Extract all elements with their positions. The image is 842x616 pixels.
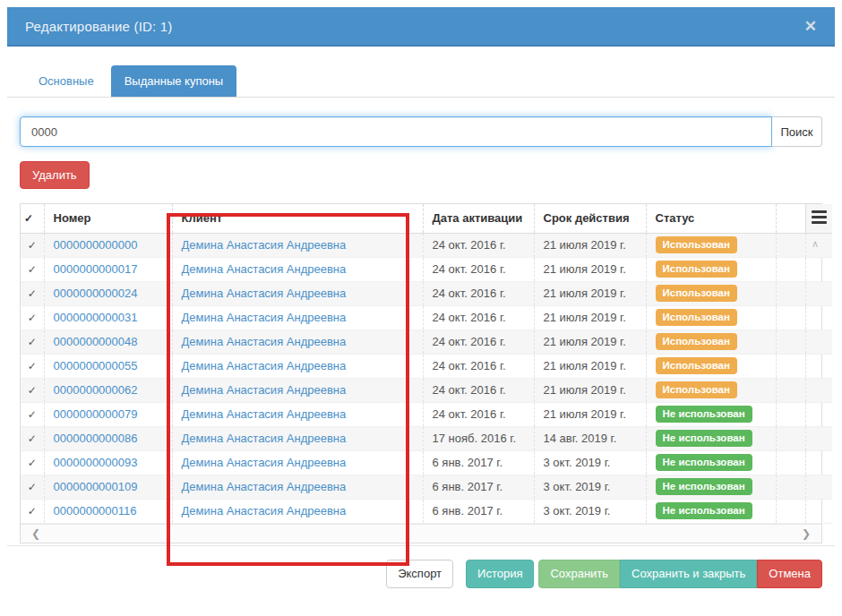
coupon-number-link[interactable]: 0000000000079 [54,407,138,421]
row-check-icon[interactable]: ✓ [21,426,44,450]
status-badge: Не использован [656,478,752,496]
spare-cell [776,450,805,475]
row-check-icon[interactable]: ✓ [21,499,44,523]
coupon-number-link[interactable]: 0000000000086 [54,432,138,445]
spare-cell [776,402,805,426]
row-check-icon[interactable]: ✓ [21,378,44,402]
client-link[interactable]: Демина Анастасия Андреевна [182,456,347,469]
client-link[interactable]: Демина Анастасия Андреевна [182,311,347,324]
status-badge: Использован [656,285,737,303]
save-and-close-button[interactable]: Сохранить и закрыть [620,560,757,588]
client-link[interactable]: Демина Анастасия Андреевна [182,238,347,252]
coupon-number-link[interactable]: 0000000000109 [54,480,138,493]
table-row: ✓ 0000000000079 Демина Анастасия Андреев… [21,402,832,426]
search-button[interactable]: Поиск [772,116,822,147]
scroll-gutter-cell [805,305,832,329]
row-check-icon[interactable]: ✓ [21,329,44,354]
scroll-gutter-cell [805,378,832,402]
client-link[interactable]: Демина Анастасия Андреевна [182,262,347,276]
status-badge: Использован [656,261,737,278]
spare-cell [776,281,805,305]
cancel-button[interactable]: Отмена [757,560,822,588]
spare-cell [776,329,805,354]
scroll-gutter-cell [805,257,832,281]
validity-date: 14 авг. 2019 г. [534,426,646,450]
row-check-icon[interactable]: ✓ [21,257,44,281]
spare-cell [776,257,805,281]
client-link[interactable]: Демина Анастасия Андреевна [182,359,347,372]
scroll-gutter-cell [805,475,832,499]
row-check-icon[interactable]: ✓ [21,475,44,499]
row-check-icon[interactable]: ✓ [21,305,44,329]
activation-date: 24 окт. 2016 г. [423,257,534,281]
column-menu-button[interactable] [805,204,832,233]
row-check-icon[interactable]: ✓ [21,233,44,257]
search-input[interactable] [20,116,772,147]
save-button-group: Сохранить Сохранить и закрыть Отмена [538,560,822,588]
scroll-up-icon[interactable]: ∧ [812,238,819,250]
tab-bar: Основные Выданные купоны [7,65,835,98]
spare-cell [776,499,805,523]
spare-cell [776,305,805,329]
row-check-icon[interactable]: ✓ [21,402,44,426]
client-link[interactable]: Демина Анастасия Андреевна [182,504,347,518]
history-button[interactable]: История [466,560,534,588]
client-link[interactable]: Демина Анастасия Андреевна [182,432,347,445]
column-header-number[interactable]: Номер [44,204,172,233]
select-all-check-icon[interactable]: ✓ [21,204,44,233]
horizontal-scrollbar[interactable]: ❮ ❯ [21,524,821,543]
column-header-validity[interactable]: Срок действия [534,204,646,233]
table-row: ✓ 0000000000093 Демина Анастасия Андреев… [21,450,832,475]
client-link[interactable]: Демина Анастасия Андреевна [182,480,347,493]
save-button[interactable]: Сохранить [538,560,620,588]
activation-date: 24 окт. 2016 г. [423,329,534,354]
activation-date: 24 окт. 2016 г. [423,233,534,257]
coupon-number-link[interactable]: 0000000000017 [54,262,138,276]
client-link[interactable]: Демина Анастасия Андреевна [182,335,347,348]
column-header-activation[interactable]: Дата активации [423,204,534,233]
activation-date: 24 окт. 2016 г. [423,354,534,378]
tab-main[interactable]: Основные [25,65,107,97]
client-link[interactable]: Демина Анастасия Андреевна [182,287,347,300]
status-badge: Использован [656,333,737,351]
coupon-number-link[interactable]: 0000000000031 [54,311,138,324]
table-row: ✓ 0000000000109 Демина Анастасия Андреев… [21,475,832,499]
close-icon[interactable]: ✕ [804,19,817,34]
validity-date: 3 окт. 2019 г. [534,450,646,475]
activation-date: 24 окт. 2016 г. [423,378,534,402]
status-badge: Использован [656,357,737,375]
column-header-status[interactable]: Статус [646,204,776,233]
row-check-icon[interactable]: ✓ [21,450,44,475]
client-link[interactable]: Демина Анастасия Андреевна [182,407,347,421]
coupon-number-link[interactable]: 0000000000093 [54,456,138,469]
spare-cell [776,378,805,402]
coupon-number-link[interactable]: 0000000000062 [54,383,138,397]
column-header-client[interactable]: Клиент [172,204,423,233]
delete-button[interactable]: Удалить [20,161,90,189]
coupon-number-link[interactable]: 0000000000116 [54,504,137,518]
client-link[interactable]: Демина Анастасия Андреевна [182,383,347,397]
scroll-left-icon[interactable]: ❮ [31,527,40,540]
coupon-number-link[interactable]: 0000000000048 [54,335,138,348]
validity-date: 3 окт. 2019 г. [534,475,646,499]
export-button[interactable]: Экспорт [386,560,453,588]
spare-cell [776,475,805,499]
coupon-number-link[interactable]: 0000000000024 [54,287,138,300]
coupon-number-link[interactable]: 0000000000055 [54,359,138,372]
table-row: ✓ 0000000000062 Демина Анастасия Андреев… [21,378,832,402]
row-check-icon[interactable]: ✓ [21,281,44,305]
scroll-gutter-cell [805,233,832,257]
scroll-gutter-cell [805,402,832,426]
scroll-right-icon[interactable]: ❯ [802,527,811,540]
spare-cell [776,354,805,378]
row-check-icon[interactable]: ✓ [21,354,44,378]
coupon-number-link[interactable]: 0000000000000 [54,238,138,252]
tab-issued-coupons[interactable]: Выданные купоны [111,65,237,97]
status-badge: Использован [656,381,737,399]
scroll-gutter-cell [805,329,832,354]
status-badge: Использован [656,309,737,327]
status-badge: Не использован [656,454,752,472]
scroll-gutter-cell [805,450,832,475]
edit-modal: Редактирование (ID: 1) ✕ Основные Выданн… [7,7,835,588]
modal-title: Редактирование (ID: 1) [25,19,173,34]
